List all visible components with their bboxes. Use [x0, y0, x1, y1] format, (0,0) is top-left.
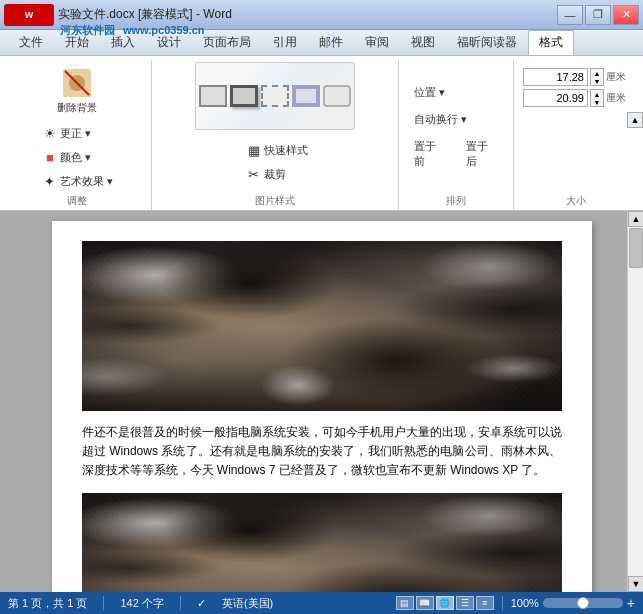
status-sep-2 [180, 596, 181, 610]
status-bar: 第 1 页，共 1 页 142 个字 ✓ 英语(美国) ▤ 📖 🌐 ☰ ≡ 10… [0, 592, 643, 614]
arrange-content: 位置 ▾ 自动换行 ▾ 置于前 置于后 [405, 62, 507, 192]
wrap-text-button[interactable]: 自动换行 ▾ [405, 107, 476, 132]
zoom-area: ▤ 📖 🌐 ☰ ≡ 100% + [396, 595, 635, 611]
ribbon-collapse-button[interactable]: ▲ [627, 112, 643, 128]
reading-button[interactable]: 📖 [416, 596, 434, 610]
document-image-bottom [82, 493, 562, 592]
remove-bg-label: 删除背景 [57, 101, 97, 115]
scroll-up-button[interactable]: ▲ [628, 211, 643, 227]
document-page: 件还不是很普及的时候一般指电脑系统安装，可如今手机用户大量的出现，安卓系统可以说… [52, 221, 592, 592]
color-button[interactable]: ■ 颜色 ▾ [37, 146, 118, 168]
quick-styles-button[interactable]: ▦ 快速样式 [241, 139, 313, 161]
artistic-effect-button[interactable]: ✦ 艺术效果 ▾ [37, 170, 118, 192]
word-logo-icon: W [4, 4, 54, 26]
color-icon: ■ [42, 149, 58, 165]
color-label: 颜色 ▾ [60, 150, 91, 165]
tab-references[interactable]: 引用 [262, 30, 308, 55]
tab-format[interactable]: 格式 [528, 30, 574, 55]
picture-styles-label: 图片样式 [158, 194, 392, 210]
artistic-icon: ✦ [42, 173, 58, 189]
char-count-text: 142 个字 [120, 596, 163, 611]
quick-styles-label: 快速样式 [264, 143, 308, 158]
width-unit: 厘米 [606, 91, 630, 105]
width-up-arrow[interactable]: ▲ [591, 90, 603, 98]
minimize-button[interactable]: — [557, 5, 583, 25]
spell-check[interactable]: ✓ [197, 597, 206, 610]
remove-background-button[interactable]: 删除背景 [50, 62, 104, 120]
tab-file[interactable]: 文件 [8, 30, 54, 55]
view-buttons: ▤ 📖 🌐 ☰ ≡ [396, 596, 494, 610]
print-layout-button[interactable]: ▤ [396, 596, 414, 610]
width-down-arrow[interactable]: ▼ [591, 98, 603, 106]
window-title: 实验文件.docx [兼容模式] - Word [58, 6, 232, 23]
language[interactable]: 英语(美国) [222, 596, 273, 611]
page-info: 第 1 页，共 1 页 [8, 596, 87, 611]
ribbon-wrapper: 删除背景 ☀ 更正 ▾ ■ 颜色 ▾ ✦ 艺术效果 ▾ [0, 56, 643, 211]
vertical-scrollbar[interactable]: ▲ ▼ [627, 211, 643, 592]
height-up-arrow[interactable]: ▲ [591, 69, 603, 77]
tab-layout[interactable]: 页面布局 [192, 30, 262, 55]
size-label: 大小 [520, 194, 633, 210]
bring-forward-button[interactable]: 置于前 [405, 134, 455, 174]
content-area: 件还不是很普及的时候一般指电脑系统安装，可如今手机用户大量的出现，安卓系统可以说… [0, 211, 643, 592]
height-input[interactable] [523, 68, 588, 86]
adjust-content: 删除背景 ☀ 更正 ▾ ■ 颜色 ▾ ✦ 艺术效果 ▾ [10, 62, 145, 192]
scroll-thumb[interactable] [629, 228, 643, 268]
width-row: ▲ ▼ 厘米 [523, 89, 630, 107]
artistic-label: 艺术效果 ▾ [60, 174, 113, 189]
picture-styles-gallery[interactable] [195, 62, 355, 130]
ribbon-tab-bar: 文件 开始 插入 设计 页面布局 引用 邮件 审阅 视图 福昕阅读器 格式 [0, 30, 643, 56]
document-area: 件还不是很普及的时候一般指电脑系统安装，可如今手机用户大量的出现，安卓系统可以说… [0, 211, 643, 592]
spell-icon: ✓ [197, 597, 206, 610]
noise-overlay [82, 241, 562, 411]
crop-button[interactable]: ✂ 裁剪 [241, 163, 313, 185]
crop-icon: ✂ [246, 166, 262, 182]
ribbon-group-arrange: 位置 ▾ 自动换行 ▾ 置于前 置于后 排列 [399, 60, 514, 210]
corrections-label: 更正 ▾ [60, 126, 91, 141]
width-input[interactable] [523, 89, 588, 107]
height-spinner[interactable]: ▲ ▼ [590, 68, 604, 86]
corrections-button[interactable]: ☀ 更正 ▾ [37, 122, 118, 144]
tab-review[interactable]: 审阅 [354, 30, 400, 55]
zoom-plus[interactable]: + [627, 595, 635, 611]
close-button[interactable]: ✕ [613, 5, 639, 25]
zoom-sep [502, 596, 503, 610]
ribbon-group-adjust: 删除背景 ☀ 更正 ▾ ■ 颜色 ▾ ✦ 艺术效果 ▾ [4, 60, 152, 210]
web-layout-button[interactable]: 🌐 [436, 596, 454, 610]
ribbon-group-size: ▲ ▼ 厘米 ▲ ▼ 厘米 [514, 60, 639, 210]
height-down-arrow[interactable]: ▼ [591, 77, 603, 85]
crop-label: 裁剪 [264, 167, 286, 182]
zoom-percent: 100% [511, 597, 539, 609]
send-backward-button[interactable]: 置于后 [457, 134, 507, 174]
window-controls: — ❐ ✕ [557, 5, 639, 25]
status-sep-1 [103, 596, 104, 610]
zoom-thumb[interactable] [577, 597, 589, 609]
tab-insert[interactable]: 插入 [100, 30, 146, 55]
tab-foxit[interactable]: 福昕阅读器 [446, 30, 528, 55]
title-bar-left: W 实验文件.docx [兼容模式] - Word [4, 4, 232, 26]
width-spinner[interactable]: ▲ ▼ [590, 89, 604, 107]
height-unit: 厘米 [606, 70, 630, 84]
language-text: 英语(美国) [222, 596, 273, 611]
corrections-icon: ☀ [42, 125, 58, 141]
tab-mailings[interactable]: 邮件 [308, 30, 354, 55]
draft-button[interactable]: ≡ [476, 596, 494, 610]
adjust-label: 调整 [10, 194, 145, 210]
remove-background-icon [61, 67, 93, 99]
zoom-slider[interactable] [543, 598, 623, 608]
size-content: ▲ ▼ 厘米 ▲ ▼ 厘米 [519, 62, 634, 192]
tab-home[interactable]: 开始 [54, 30, 100, 55]
page-info-text: 第 1 页，共 1 页 [8, 596, 87, 611]
ribbon: 删除背景 ☀ 更正 ▾ ■ 颜色 ▾ ✦ 艺术效果 ▾ [0, 56, 643, 211]
tab-design[interactable]: 设计 [146, 30, 192, 55]
app-window: W 实验文件.docx [兼容模式] - Word — ❐ ✕ 河东软件园 ww… [0, 0, 643, 614]
height-row: ▲ ▼ 厘米 [523, 68, 630, 86]
char-count: 142 个字 [120, 596, 163, 611]
outline-button[interactable]: ☰ [456, 596, 474, 610]
restore-button[interactable]: ❐ [585, 5, 611, 25]
document-text: 件还不是很普及的时候一般指电脑系统安装，可如今手机用户大量的出现，安卓系统可以说… [82, 419, 562, 485]
arrange-label: 排列 [405, 194, 507, 210]
tab-view[interactable]: 视图 [400, 30, 446, 55]
scroll-down-button[interactable]: ▼ [628, 576, 643, 592]
position-button[interactable]: 位置 ▾ [405, 80, 454, 105]
